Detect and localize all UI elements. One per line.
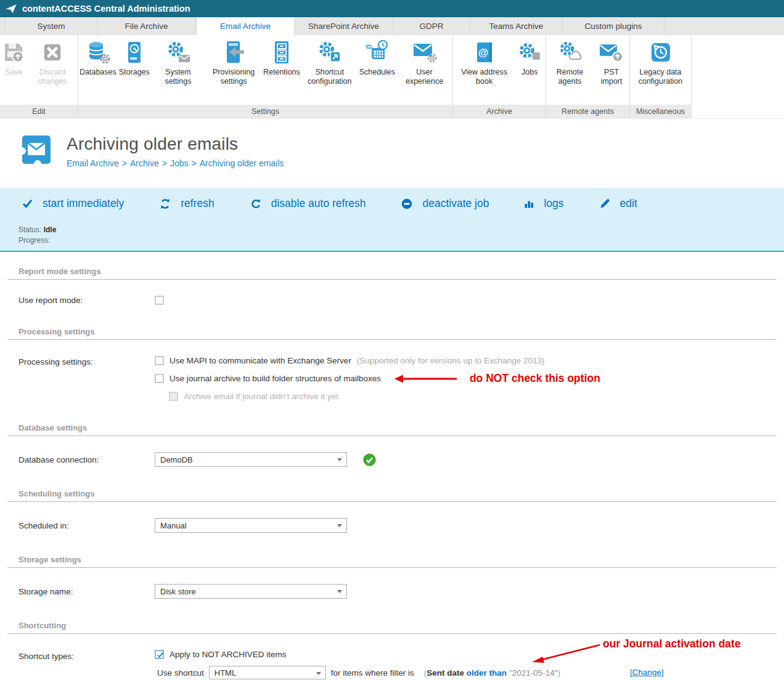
use-journal-archive-label: Use journal archive to build folder stru… [169,374,381,383]
ribbon-group-edit: Save Discard changes Edit [0,35,78,118]
ribbon-group-label-miscellaneous: Miscellaneous [630,105,691,118]
system-settings-icon [165,39,191,65]
svg-text:@: @ [478,47,488,59]
system-settings-button[interactable]: System settings [151,38,205,86]
annotation-arrow-diagonal [529,642,601,669]
filter-expression: (Sent date older than "2021-05-14") [424,668,560,678]
pst-import-button[interactable]: PST import [594,38,629,86]
ribbon: Save Discard changes Edit Databas [0,35,784,119]
user-experience-icon [411,39,438,65]
use-journal-archive-checkbox[interactable] [155,374,164,383]
tab-system[interactable]: System [5,17,97,34]
ribbon-group-archive: @ View address book Jobs Archive [453,35,546,118]
start-immediately-button[interactable]: start immediately [22,197,124,210]
contentaccess-logo-icon [5,2,17,15]
section-report-mode-settings: Report mode settings [7,262,777,280]
tab-gdpr[interactable]: GDPR [393,17,470,34]
provisioning-settings-button[interactable]: Provisioning settings [205,38,262,86]
storages-button[interactable]: Storages [118,38,151,77]
ribbon-group-label-edit: Edit [0,105,78,118]
legacy-data-configuration-icon [648,40,673,65]
titlebar: contentACCESS Central Administration [0,0,784,17]
app-title: contentACCESS Central Administration [22,4,190,14]
view-address-book-button[interactable]: @ View address book [455,38,514,86]
legacy-data-configuration-button[interactable]: Legacy data configuration [631,38,690,86]
shortcut-configuration-button[interactable]: Shortcut configuration [301,38,358,86]
discard-icon [41,41,64,64]
breadcrumb: Email Archive>Archive>Jobs>Archiving old… [67,158,284,168]
change-filter-link[interactable]: [Change] [630,668,664,677]
tab-file-archive[interactable]: File Archive [97,17,196,34]
annotation-arrow-left [394,374,457,383]
annotation-do-not-check: do NOT check this option [470,372,600,385]
section-shortcutting: Shortcutting [7,616,777,634]
jobs-icon [517,39,542,65]
breadcrumb-archive[interactable]: Archive [130,158,159,168]
storages-icon [122,40,147,65]
logs-button[interactable]: logs [525,197,563,210]
apply-not-archived-label: Apply to NOT ARCHIVED items [169,650,287,659]
edit-button[interactable]: edit [600,197,637,210]
use-report-mode-label: Use report mode: [18,296,155,305]
scheduled-in-dropdown[interactable]: Manual [155,518,347,533]
tab-sharepoint-archive[interactable]: SharePoint Archive [295,17,393,34]
discard-changes-button[interactable]: Discard changes [27,38,78,86]
use-report-mode-checkbox[interactable] [155,296,164,305]
disable-auto-refresh-button[interactable]: disable auto refresh [250,197,366,210]
shortcut-type-dropdown[interactable]: HTML [209,666,326,679]
save-icon [1,40,26,65]
ribbon-group-miscellaneous: Legacy data configuration Miscellaneous [630,35,692,118]
scheduled-in-label: Scheduled in: [18,521,155,530]
deactivate-job-button[interactable]: deactivate job [401,197,489,210]
storage-name-dropdown[interactable]: Disk store [155,584,347,599]
breadcrumb-jobs[interactable]: Jobs [170,158,189,168]
tab-email-archive[interactable]: Email Archive [196,17,295,35]
status-line: Status: Idle [18,225,784,235]
filter-prefix-1: for items where filter is [331,668,414,678]
deactivate-icon [401,198,412,209]
connection-ok-icon [363,453,376,466]
refresh-button[interactable]: refresh [160,197,214,210]
job-configuration-form: Report mode settings Use report mode: Pr… [0,252,784,680]
section-processing-settings: Processing settings [7,322,777,340]
shortcut-configuration-icon [317,39,343,65]
tab-custom-plugins[interactable]: Custom plugins [563,17,664,34]
status-value: Idle [44,225,57,234]
page-title: Archiving older emails [67,134,284,154]
use-mapi-checkbox[interactable] [155,356,164,365]
check-icon [22,199,33,208]
save-button[interactable]: Save [0,38,27,77]
archive-if-journal-didnt-checkbox [169,392,178,401]
databases-button[interactable]: Databases [78,38,118,77]
remote-agents-button[interactable]: Remote agents [546,38,594,86]
user-experience-button[interactable]: User experience [396,38,452,86]
retentions-button[interactable]: Retentions [262,38,301,77]
ribbon-group-settings: Databases Storages System settings [78,35,453,118]
breadcrumb-email-archive[interactable]: Email Archive [67,158,119,168]
view-address-book-icon: @ [472,40,497,65]
jobs-button[interactable]: Jobs [515,38,544,77]
ribbon-group-label-settings: Settings [78,105,452,118]
database-connection-label: Database connection: [18,455,155,464]
database-connection-dropdown[interactable]: DemoDB [155,452,347,467]
ribbon-group-label-remote-agents: Remote agents [546,105,629,118]
email-archive-page-icon [21,134,52,165]
tab-bar: System File Archive Email Archive ShareP… [0,17,784,35]
auto-refresh-icon [250,198,261,209]
apply-not-archived-checkbox[interactable] [155,650,164,659]
processing-settings-label: Processing settings: [18,357,155,366]
section-storage-settings: Storage settings [7,550,777,568]
pst-import-icon [598,39,624,65]
progress-line: Progress: [18,235,784,246]
use-mapi-note: (Supported only for versions up to Excha… [357,356,545,365]
schedules-button[interactable]: Schedules [358,38,396,77]
logs-icon [525,199,534,208]
page-header: Archiving older emails Email Archive>Arc… [0,119,784,168]
tab-teams-archive[interactable]: Teams Archive [470,17,563,34]
provisioning-settings-icon [221,39,247,65]
schedules-icon [364,39,391,65]
section-database-settings: Database settings [7,418,777,436]
archive-if-journal-didnt-label: Archive email if journal didn't archive … [184,392,338,401]
job-action-bar: start immediately refresh disable auto r… [0,188,784,252]
ribbon-group-label-archive: Archive [453,105,545,118]
